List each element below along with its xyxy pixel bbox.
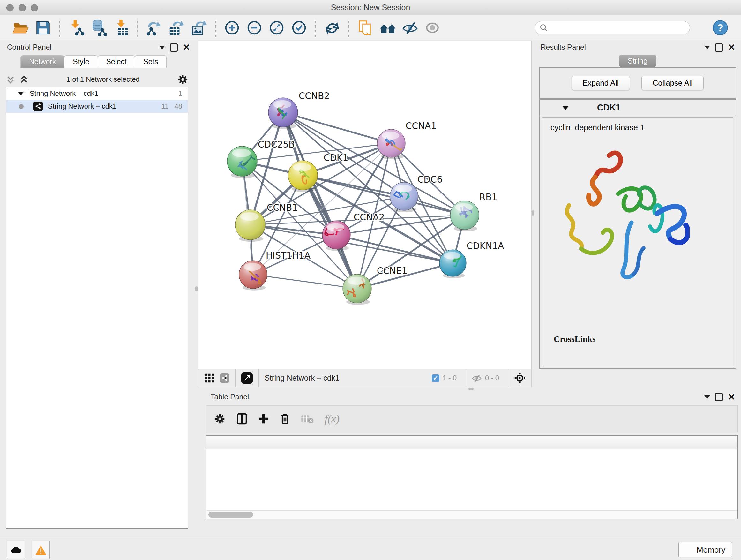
eye-slash-icon [402, 19, 418, 36]
panel-close-icon[interactable]: ✕ [728, 44, 735, 51]
node-label-CDC25B: CDC25B [258, 139, 295, 150]
crosslinks-section: CrossLinks [554, 334, 596, 349]
left-splitter[interactable] [195, 41, 198, 387]
expand-all-button[interactable]: Expand All [571, 76, 630, 90]
splitter-handle[interactable] [532, 210, 534, 215]
panel-collapse-icon[interactable] [704, 395, 710, 399]
cloud-status-button[interactable] [7, 541, 25, 559]
horizontal-splitter[interactable] [198, 387, 741, 390]
network-overview-button[interactable] [379, 19, 397, 37]
main-toolbar: ? [0, 15, 741, 40]
hide-panel-button[interactable] [401, 19, 419, 37]
table-panel: Table Panel ✕ [198, 390, 741, 539]
table-horizontal-scrollbar[interactable] [206, 510, 738, 519]
splitter-handle[interactable] [195, 287, 198, 292]
node-CDC6[interactable] [390, 182, 418, 212]
panel-float-icon[interactable] [170, 44, 178, 52]
network-label: String Network – cdk1 [48, 102, 117, 111]
svg-text:?: ? [717, 22, 723, 33]
node-CCNE1[interactable] [343, 274, 372, 305]
search-box[interactable] [535, 21, 690, 35]
delete-column-icon[interactable] [280, 413, 290, 425]
open-folder-icon [12, 19, 29, 36]
panel-close-icon[interactable]: ✕ [728, 394, 735, 400]
edge-CCNB2-CCNA1[interactable] [283, 112, 391, 143]
gene-name: CDK1 [597, 103, 621, 113]
copy-style-button[interactable] [356, 19, 374, 37]
panel-collapse-icon[interactable] [159, 46, 165, 49]
splitter-handle[interactable] [468, 388, 474, 390]
save-session-button[interactable] [34, 19, 52, 37]
tab-style[interactable]: Style [64, 55, 98, 68]
node-CDC25B[interactable] [227, 146, 257, 178]
zoom-in-button[interactable] [223, 19, 241, 37]
gear-icon[interactable] [178, 74, 188, 85]
export-network-icon [146, 19, 162, 36]
memory-status-dot [685, 546, 693, 554]
node-CCNA1[interactable] [377, 129, 410, 159]
gene-header[interactable]: CDK1 [540, 100, 736, 116]
import-table-button[interactable] [112, 19, 130, 37]
node-table[interactable] [206, 435, 738, 519]
apply-layout-button[interactable] [323, 19, 341, 37]
panel-close-icon[interactable]: ✕ [183, 44, 190, 51]
birdseye-grid-icon[interactable] [204, 373, 215, 383]
export-image-button[interactable] [190, 19, 208, 37]
zoom-selected-button[interactable] [290, 19, 308, 37]
network-canvas[interactable]: CCNB2CCNA1CDC25BCDK1CDC6RB1CCNB1CCNA2CDK… [198, 41, 531, 369]
zoom-out-button[interactable] [246, 19, 263, 37]
network-view[interactable]: CCNB2CCNA1CDC25BCDK1CDC6RB1CCNB1CCNA2CDK… [198, 41, 532, 387]
add-column-icon[interactable] [258, 414, 269, 424]
panel-float-icon[interactable] [715, 44, 723, 52]
node-RB1[interactable] [450, 201, 479, 232]
collapse-all-icon[interactable] [6, 75, 15, 84]
node-CCNA2[interactable] [322, 221, 350, 251]
search-input[interactable] [548, 23, 690, 32]
memory-button[interactable]: Memory [678, 542, 732, 557]
tab-string[interactable]: String [619, 55, 657, 67]
tab-network[interactable]: Network [20, 55, 64, 68]
edge-HIST1H1A-CCNE1[interactable] [253, 274, 357, 289]
show-panel-button[interactable] [423, 19, 441, 37]
help-icon: ? [712, 19, 729, 36]
network-list: String Network – cdk1 1 String Network –… [6, 87, 188, 529]
node-label-CDC6: CDC6 [417, 174, 442, 185]
node-CDK1[interactable] [288, 161, 318, 192]
node-CDKN1A[interactable] [440, 250, 466, 278]
warning-icon [35, 545, 47, 556]
export-table-button[interactable] [167, 19, 185, 37]
node-label-CCNA2: CCNA2 [354, 212, 385, 223]
collapse-triangle-icon[interactable] [562, 106, 569, 110]
import-network-file-button[interactable] [67, 19, 85, 37]
birdseye-toggle-icon[interactable] [514, 372, 526, 384]
warning-status-button[interactable] [32, 541, 50, 559]
zoom-fit-icon [269, 20, 285, 36]
network-row[interactable]: String Network – cdk1 11 48 [6, 100, 188, 113]
help-button[interactable]: ? [711, 19, 729, 37]
table-options-gear-icon[interactable] [214, 413, 226, 425]
open-session-button[interactable] [12, 19, 30, 37]
collapse-all-button[interactable]: Collapse All [642, 76, 704, 90]
table-toolbar: f(x) [206, 406, 738, 432]
expand-all-icon[interactable] [19, 75, 29, 84]
network-edge-count: 48 [175, 102, 182, 111]
zoom-fit-button[interactable] [268, 19, 286, 37]
show-columns-icon[interactable] [237, 413, 247, 425]
expand-triangle-icon[interactable] [17, 91, 24, 96]
gene-details-card: CDK1 cyclin–dependent kinase 1 [539, 99, 736, 369]
function-builder-icon: f(x) [325, 413, 340, 425]
node-HIST1H1A[interactable] [239, 260, 267, 291]
tab-select[interactable]: Select [98, 55, 135, 68]
network-collection-row[interactable]: String Network – cdk1 1 [6, 87, 188, 100]
node-CCNB1[interactable] [235, 210, 265, 242]
import-network-database-button[interactable] [90, 19, 108, 37]
panel-float-icon[interactable] [715, 393, 723, 401]
selected-checkbox-icon[interactable]: ✓ [432, 374, 440, 382]
node-label-CCNB2: CCNB2 [299, 91, 330, 101]
panel-collapse-icon[interactable] [704, 46, 710, 49]
tab-sets[interactable]: Sets [135, 55, 166, 68]
scrollbar-thumb[interactable] [208, 512, 253, 517]
right-splitter[interactable] [532, 41, 534, 387]
export-network-button[interactable] [145, 19, 163, 37]
detach-view-icon[interactable] [241, 372, 253, 384]
